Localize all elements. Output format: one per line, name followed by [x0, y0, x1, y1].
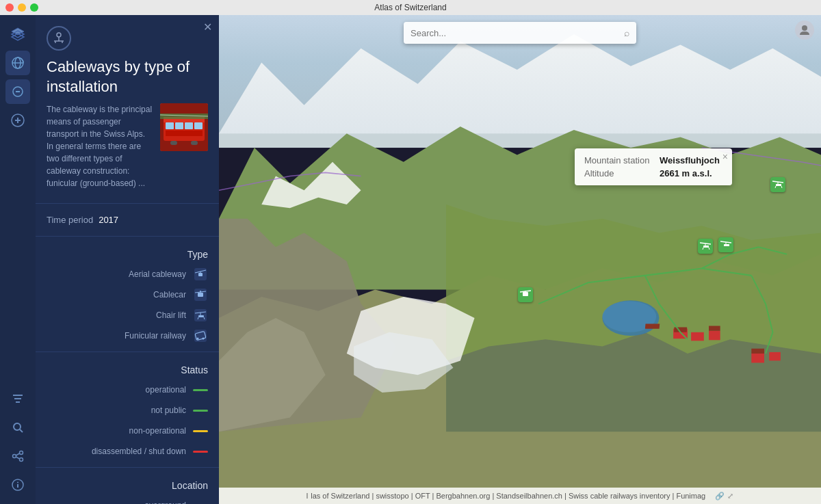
info-icon[interactable] [5, 473, 30, 497]
legend-overground: overground [36, 495, 219, 504]
panel-type-icon [47, 26, 71, 51]
search-icon: ⌕ [624, 27, 629, 38]
map-footer: l las of Switzerland | swisstopo | OFT |… [219, 488, 821, 504]
svg-point-18 [20, 458, 23, 462]
window-controls[interactable] [5, 3, 38, 12]
status-section-header: Status [36, 358, 219, 380]
legend-non-operational: non-operational [36, 421, 219, 441]
svg-rect-37 [170, 141, 177, 145]
maximize-window-button[interactable] [30, 3, 38, 12]
svg-rect-34 [185, 122, 193, 129]
svg-point-14 [14, 423, 21, 430]
type-section-header: Type [36, 242, 219, 264]
legend-not-public: not public [36, 400, 219, 421]
svg-rect-33 [175, 122, 183, 129]
svg-rect-47 [198, 293, 203, 297]
title-bar: Atlas of Switzerland [0, 0, 821, 15]
close-panel-button[interactable]: ✕ [203, 21, 212, 34]
add-icon[interactable] [5, 108, 30, 133]
svg-point-58 [197, 338, 199, 340]
tooltip-altitude-row: Altitude 2661 m a.s.l. [584, 168, 722, 178]
share-icon[interactable] [5, 444, 30, 468]
svg-line-15 [20, 429, 23, 432]
legend-chair-lift: Chair lift [36, 305, 219, 326]
svg-line-78 [703, 248, 703, 250]
panel-description: The cableway is the principal means of p… [36, 103, 219, 198]
svg-rect-56 [194, 330, 207, 342]
svg-rect-64 [645, 323, 660, 328]
svg-rect-67 [709, 331, 720, 340]
cable-icon-4[interactable] [718, 237, 733, 252]
panel-thumbnail [160, 103, 208, 151]
search-input[interactable] [410, 28, 624, 38]
svg-rect-68 [709, 326, 720, 331]
svg-point-49 [200, 291, 201, 292]
footer-text: las of Switzerland | swisstopo | OFT | B… [311, 492, 705, 500]
svg-line-83 [775, 186, 776, 188]
svg-point-88 [802, 25, 807, 31]
divider-1 [36, 203, 219, 204]
terrain-map [219, 15, 821, 504]
cable-icon-1[interactable] [518, 287, 533, 302]
legend-operational: operational [36, 380, 219, 400]
svg-rect-32 [166, 122, 174, 129]
active-layer-icon[interactable] [5, 51, 30, 75]
zoom-out-icon[interactable] [5, 79, 30, 104]
layers-icon[interactable] [5, 22, 30, 47]
svg-line-20 [16, 457, 19, 459]
legend-disassembled: disassembled / shut down [36, 441, 219, 462]
svg-line-84 [781, 186, 782, 188]
map-tooltip: × Mountain station Weissfluhjoch Altitud… [575, 148, 732, 185]
svg-point-24 [57, 33, 61, 37]
svg-point-17 [20, 451, 23, 455]
window-title: Atlas of Switzerland [374, 3, 446, 12]
svg-rect-82 [776, 184, 781, 186]
map-container[interactable]: × Mountain station Weissfluhjoch Altitud… [219, 15, 821, 504]
panel-title: Cableways by type of installation [36, 57, 219, 103]
svg-rect-53 [198, 315, 204, 317]
svg-rect-70 [751, 349, 764, 354]
chair-lift-label: Chair lift [47, 310, 186, 320]
search-sidebar-icon[interactable] [5, 415, 30, 440]
divider-4 [36, 467, 219, 468]
svg-line-19 [16, 453, 19, 455]
tooltip-mountain-row: Mountain station Weissfluhjoch [584, 155, 722, 165]
link-icon[interactable]: 🔗 [715, 492, 725, 501]
svg-rect-35 [194, 122, 203, 129]
filter-icon[interactable] [5, 386, 30, 411]
tooltip-close-button[interactable]: × [722, 151, 728, 162]
svg-rect-69 [751, 354, 764, 362]
svg-line-79 [709, 248, 709, 250]
icon-rail [0, 15, 36, 504]
side-panel: ✕ Cableways by type of installation The … [36, 15, 219, 504]
time-period-row: Time period 2017 [36, 209, 219, 230]
legend-aerial-cableway: Aerial cableway [36, 264, 219, 284]
svg-point-23 [17, 482, 18, 483]
cable-icon-3[interactable] [770, 177, 785, 192]
svg-rect-73 [523, 292, 528, 296]
svg-rect-38 [191, 141, 198, 145]
svg-point-16 [13, 455, 16, 458]
svg-rect-36 [166, 131, 203, 136]
svg-rect-65 [691, 332, 704, 341]
divider-3 [36, 352, 219, 352]
minimize-window-button[interactable] [18, 3, 26, 12]
svg-point-59 [203, 338, 205, 340]
svg-rect-77 [703, 246, 709, 248]
main-container: ✕ Cableways by type of installation The … [0, 15, 821, 504]
legend-funicular: Funicular railway [36, 326, 219, 346]
legend-cablecar: Cablecar [36, 284, 219, 305]
close-window-button[interactable] [5, 3, 14, 12]
svg-rect-43 [198, 273, 203, 276]
location-section-header: Location [36, 473, 219, 495]
user-avatar-icon[interactable] [795, 21, 814, 40]
cable-icon-2[interactable] [698, 239, 713, 254]
expand-icon[interactable]: ⤢ [727, 492, 733, 501]
divider-2 [36, 236, 219, 237]
svg-rect-87 [724, 244, 729, 246]
search-bar: ⌕ [404, 22, 636, 44]
svg-rect-71 [769, 352, 781, 360]
